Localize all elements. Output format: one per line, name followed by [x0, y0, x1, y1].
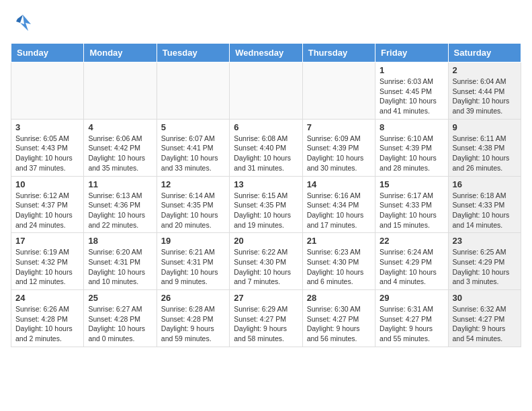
calendar-cell: 30Sunrise: 6:32 AM Sunset: 4:27 PM Dayli… [448, 290, 521, 347]
day-info: Sunrise: 6:28 AM Sunset: 4:28 PM Dayligh… [161, 304, 225, 344]
calendar-cell: 6Sunrise: 6:08 AM Sunset: 4:40 PM Daylig… [230, 119, 302, 176]
day-info: Sunrise: 6:09 AM Sunset: 4:39 PM Dayligh… [307, 134, 371, 173]
day-number: 25 [88, 293, 152, 303]
calendar-cell: 5Sunrise: 6:07 AM Sunset: 4:41 PM Daylig… [157, 119, 229, 176]
calendar-cell: 3Sunrise: 6:05 AM Sunset: 4:43 PM Daylig… [11, 119, 84, 176]
day-number: 12 [161, 179, 225, 189]
day-number: 5 [161, 122, 225, 132]
calendar-cell: 16Sunrise: 6:18 AM Sunset: 4:33 PM Dayli… [448, 176, 521, 233]
day-info: Sunrise: 6:30 AM Sunset: 4:27 PM Dayligh… [307, 304, 371, 344]
day-info: Sunrise: 6:15 AM Sunset: 4:35 PM Dayligh… [234, 191, 298, 230]
calendar-cell: 18Sunrise: 6:20 AM Sunset: 4:31 PM Dayli… [84, 233, 157, 290]
logo-icon [11, 11, 35, 35]
day-number: 24 [15, 293, 79, 303]
day-info: Sunrise: 6:31 AM Sunset: 4:27 PM Dayligh… [380, 304, 443, 344]
day-header-friday: Friday [375, 44, 448, 62]
calendar-week-2: 10Sunrise: 6:12 AM Sunset: 4:37 PM Dayli… [11, 176, 521, 233]
calendar-header-row: SundayMondayTuesdayWednesdayThursdayFrid… [11, 44, 521, 62]
day-number: 2 [453, 65, 517, 75]
day-info: Sunrise: 6:24 AM Sunset: 4:29 PM Dayligh… [380, 247, 443, 287]
day-info: Sunrise: 6:21 AM Sunset: 4:31 PM Dayligh… [161, 247, 225, 287]
day-number: 18 [88, 236, 152, 246]
calendar-cell: 13Sunrise: 6:15 AM Sunset: 4:35 PM Dayli… [230, 176, 302, 233]
day-info: Sunrise: 6:27 AM Sunset: 4:28 PM Dayligh… [88, 304, 152, 344]
calendar-week-4: 24Sunrise: 6:26 AM Sunset: 4:28 PM Dayli… [11, 290, 521, 347]
day-number: 4 [88, 122, 152, 132]
day-number: 17 [15, 236, 79, 246]
day-info: Sunrise: 6:25 AM Sunset: 4:29 PM Dayligh… [453, 247, 517, 287]
calendar-cell: 17Sunrise: 6:19 AM Sunset: 4:32 PM Dayli… [11, 233, 84, 290]
calendar-cell [230, 62, 302, 120]
calendar-cell: 20Sunrise: 6:22 AM Sunset: 4:30 PM Dayli… [230, 233, 302, 290]
day-number: 19 [161, 236, 225, 246]
day-info: Sunrise: 6:17 AM Sunset: 4:33 PM Dayligh… [380, 191, 443, 230]
day-number: 9 [453, 122, 517, 132]
day-info: Sunrise: 6:22 AM Sunset: 4:30 PM Dayligh… [234, 247, 298, 287]
calendar-cell: 10Sunrise: 6:12 AM Sunset: 4:37 PM Dayli… [11, 176, 84, 233]
day-number: 15 [380, 179, 443, 189]
day-info: Sunrise: 6:26 AM Sunset: 4:28 PM Dayligh… [15, 304, 79, 344]
day-info: Sunrise: 6:29 AM Sunset: 4:27 PM Dayligh… [234, 304, 298, 344]
day-number: 11 [88, 179, 152, 189]
day-number: 7 [307, 122, 371, 132]
day-info: Sunrise: 6:06 AM Sunset: 4:42 PM Dayligh… [88, 134, 152, 173]
calendar-cell: 7Sunrise: 6:09 AM Sunset: 4:39 PM Daylig… [302, 119, 375, 176]
calendar-cell [84, 62, 157, 120]
calendar-cell: 29Sunrise: 6:31 AM Sunset: 4:27 PM Dayli… [375, 290, 448, 347]
calendar-week-0: 1Sunrise: 6:03 AM Sunset: 4:45 PM Daylig… [11, 62, 521, 120]
day-info: Sunrise: 6:16 AM Sunset: 4:34 PM Dayligh… [307, 191, 371, 230]
day-info: Sunrise: 6:07 AM Sunset: 4:41 PM Dayligh… [161, 134, 225, 173]
day-info: Sunrise: 6:13 AM Sunset: 4:36 PM Dayligh… [88, 191, 152, 230]
calendar-cell: 27Sunrise: 6:29 AM Sunset: 4:27 PM Dayli… [230, 290, 302, 347]
day-header-tuesday: Tuesday [157, 44, 229, 62]
day-info: Sunrise: 6:04 AM Sunset: 4:44 PM Dayligh… [453, 77, 517, 116]
day-number: 29 [380, 293, 443, 303]
day-info: Sunrise: 6:08 AM Sunset: 4:40 PM Dayligh… [234, 134, 298, 173]
calendar-week-3: 17Sunrise: 6:19 AM Sunset: 4:32 PM Dayli… [11, 233, 521, 290]
day-number: 8 [380, 122, 443, 132]
day-number: 20 [234, 236, 298, 246]
day-number: 3 [15, 122, 79, 132]
day-number: 26 [161, 293, 225, 303]
calendar-cell: 12Sunrise: 6:14 AM Sunset: 4:35 PM Dayli… [157, 176, 229, 233]
day-header-sunday: Sunday [11, 44, 84, 62]
day-number: 30 [453, 293, 517, 303]
svg-marker-1 [16, 15, 23, 23]
day-number: 14 [307, 179, 371, 189]
day-number: 10 [15, 179, 79, 189]
day-number: 16 [453, 179, 517, 189]
day-number: 6 [234, 122, 298, 132]
calendar: SundayMondayTuesdayWednesdayThursdayFrid… [11, 43, 521, 347]
logo [11, 11, 38, 35]
day-info: Sunrise: 6:11 AM Sunset: 4:38 PM Dayligh… [453, 134, 517, 173]
calendar-cell: 8Sunrise: 6:10 AM Sunset: 4:39 PM Daylig… [375, 119, 448, 176]
day-info: Sunrise: 6:32 AM Sunset: 4:27 PM Dayligh… [453, 304, 517, 344]
calendar-cell: 2Sunrise: 6:04 AM Sunset: 4:44 PM Daylig… [448, 62, 521, 120]
calendar-cell: 4Sunrise: 6:06 AM Sunset: 4:42 PM Daylig… [84, 119, 157, 176]
calendar-cell: 15Sunrise: 6:17 AM Sunset: 4:33 PM Dayli… [375, 176, 448, 233]
calendar-cell [302, 62, 375, 120]
day-header-saturday: Saturday [448, 44, 521, 62]
day-info: Sunrise: 6:05 AM Sunset: 4:43 PM Dayligh… [15, 134, 79, 173]
calendar-cell: 25Sunrise: 6:27 AM Sunset: 4:28 PM Dayli… [84, 290, 157, 347]
calendar-cell: 22Sunrise: 6:24 AM Sunset: 4:29 PM Dayli… [375, 233, 448, 290]
day-header-thursday: Thursday [302, 44, 375, 62]
day-info: Sunrise: 6:20 AM Sunset: 4:31 PM Dayligh… [88, 247, 152, 287]
calendar-cell [157, 62, 229, 120]
day-number: 27 [234, 293, 298, 303]
day-number: 1 [380, 65, 443, 75]
day-info: Sunrise: 6:12 AM Sunset: 4:37 PM Dayligh… [15, 191, 79, 230]
calendar-cell: 28Sunrise: 6:30 AM Sunset: 4:27 PM Dayli… [302, 290, 375, 347]
calendar-cell [11, 62, 84, 120]
day-info: Sunrise: 6:03 AM Sunset: 4:45 PM Dayligh… [380, 77, 443, 116]
day-number: 22 [380, 236, 443, 246]
day-number: 23 [453, 236, 517, 246]
calendar-cell: 9Sunrise: 6:11 AM Sunset: 4:38 PM Daylig… [448, 119, 521, 176]
day-info: Sunrise: 6:10 AM Sunset: 4:39 PM Dayligh… [380, 134, 443, 173]
day-header-wednesday: Wednesday [230, 44, 302, 62]
day-number: 28 [307, 293, 371, 303]
header [11, 11, 521, 35]
calendar-week-1: 3Sunrise: 6:05 AM Sunset: 4:43 PM Daylig… [11, 119, 521, 176]
calendar-cell: 24Sunrise: 6:26 AM Sunset: 4:28 PM Dayli… [11, 290, 84, 347]
calendar-cell: 14Sunrise: 6:16 AM Sunset: 4:34 PM Dayli… [302, 176, 375, 233]
